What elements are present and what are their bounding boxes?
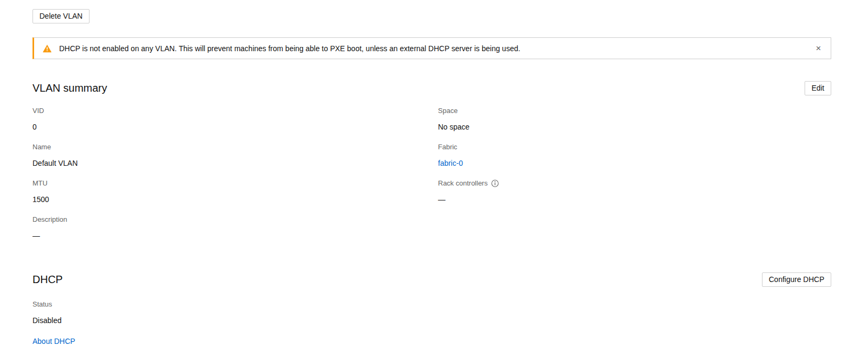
field-label: Name <box>33 143 438 151</box>
field-label: MTU <box>33 179 438 188</box>
fabric-link[interactable]: fabric-0 <box>438 159 463 167</box>
field-value: 0 <box>33 122 438 132</box>
info-icon[interactable] <box>491 180 499 187</box>
vlan-summary-title: VLAN summary <box>33 81 107 95</box>
field-vid: VID 0 <box>33 107 438 132</box>
field-value: No space <box>438 122 831 132</box>
field-space: Space No space <box>438 107 831 132</box>
field-rack-controllers: Rack controllers — <box>438 179 831 204</box>
vlan-summary-right-column: Space No space Fabric fabric-0 Rack cont… <box>438 107 831 252</box>
field-description: Description — <box>33 215 438 240</box>
field-label: Rack controllers <box>438 179 831 188</box>
field-value: fabric-0 <box>438 158 831 168</box>
edit-button[interactable]: Edit <box>805 81 831 95</box>
vlan-summary-header: VLAN summary Edit <box>33 81 831 95</box>
field-value: Default VLAN <box>33 158 438 168</box>
field-value: Disabled <box>33 316 831 325</box>
field-label: VID <box>33 107 438 115</box>
field-dhcp-status: Status Disabled <box>33 300 831 325</box>
vlan-details-page: Delete VLAN DHCP is not enabled on any V… <box>0 0 868 346</box>
dhcp-caution-notification: DHCP is not enabled on any VLAN. This wi… <box>33 37 831 59</box>
field-value: — <box>438 195 831 204</box>
configure-dhcp-button[interactable]: Configure DHCP <box>762 272 831 287</box>
vlan-summary-fields: VID 0 Name Default VLAN MTU 1500 Descrip… <box>33 107 831 252</box>
close-icon[interactable]: × <box>815 44 822 53</box>
field-label: Status <box>33 300 831 309</box>
field-fabric: Fabric fabric-0 <box>438 143 831 168</box>
field-name: Name Default VLAN <box>33 143 438 168</box>
warning-icon <box>43 44 52 53</box>
field-value: — <box>33 231 438 240</box>
vlan-summary-left-column: VID 0 Name Default VLAN MTU 1500 Descrip… <box>33 107 438 252</box>
delete-vlan-button[interactable]: Delete VLAN <box>33 9 90 23</box>
field-label: Fabric <box>438 143 831 151</box>
notification-message: DHCP is not enabled on any VLAN. This wi… <box>59 44 806 53</box>
field-label: Description <box>33 215 438 224</box>
field-value: 1500 <box>33 195 438 204</box>
field-label-text: Rack controllers <box>438 179 488 188</box>
field-mtu: MTU 1500 <box>33 179 438 204</box>
field-label: Space <box>438 107 831 115</box>
dhcp-header: DHCP Configure DHCP <box>33 272 831 287</box>
about-dhcp-link[interactable]: About DHCP <box>33 337 75 345</box>
dhcp-fields: Status Disabled About DHCP <box>33 300 831 346</box>
dhcp-title: DHCP <box>33 272 63 287</box>
